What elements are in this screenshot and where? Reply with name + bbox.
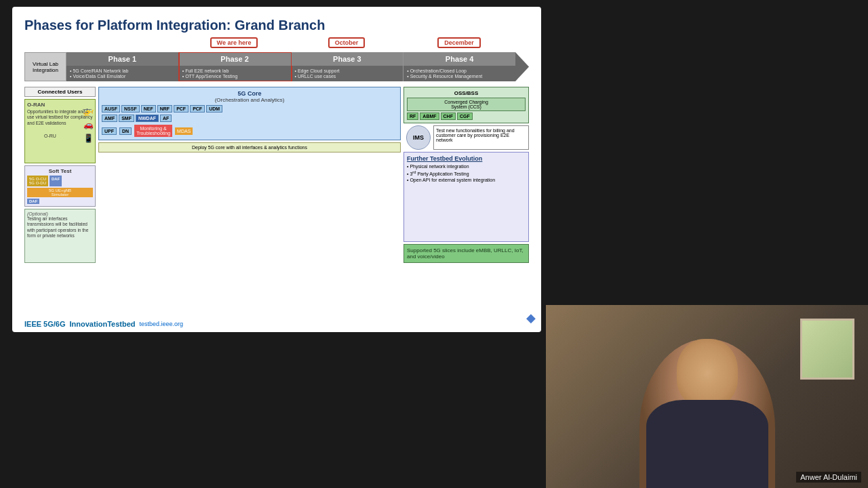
further-items: Physical network integration 3rd Party A… [407, 164, 526, 182]
further-title: Further Testbed Evolution [407, 155, 526, 162]
background-painting [800, 319, 854, 380]
further-item1: Physical network integration [407, 164, 526, 169]
phase3-item1: • Edge Cloud support [295, 68, 400, 73]
nf-amf: AMF [102, 115, 117, 122]
monitoring-box: Monitoring &Troubleshooting [134, 125, 172, 137]
nf-pcf2: PCF [190, 105, 205, 113]
speaker-name: Anwer Al-Dulaimi [796, 472, 861, 483]
phase3-label: Phase 3 [292, 52, 403, 66]
phase4-box: Phase 4 • Orchestration/Closed Loop • Se… [403, 52, 515, 81]
phase2-label: Phase 2 [179, 52, 291, 66]
phase3-box: Phase 3 • Edge Cloud support • URLLC use… [292, 52, 404, 81]
nf-smf: SMF [119, 115, 134, 122]
optional-box: (Optional) Testing air interfaces transm… [24, 209, 96, 263]
phase1-box: Phase 1 • 5G Core/RAN Network lab • Voic… [66, 52, 179, 81]
further-testbed-box: Further Testbed Evolution Physical netwo… [403, 152, 529, 242]
nav-arrow-right[interactable]: ◆ [526, 310, 536, 325]
nf-upf: UPF [102, 127, 117, 135]
speaker-suit [646, 400, 768, 488]
diag-left: Connected Users O-RAN Opportunities to i… [24, 87, 96, 263]
rf-chf: CHF [441, 113, 456, 120]
october-badge: October [328, 37, 366, 48]
car-icon: 🚗 [83, 120, 94, 129]
ue-gnb-box: 5G UE+gNBSimulator [27, 188, 93, 197]
slices-label: Supported 5G slices include eMBB, URLLC,… [407, 247, 524, 260]
video-area: Anwer Al-Dulaimi [546, 305, 868, 488]
test-new-label: Test new functionalities for billing and… [436, 128, 515, 142]
phase4-label: Phase 4 [403, 52, 515, 66]
slide-area: Phases for Platform Integration: Grand B… [12, 7, 541, 332]
further-item2: 3rd Party Application Testing [407, 170, 526, 176]
rf-abmf: ABMF [420, 113, 439, 120]
nf-af: AF [160, 115, 172, 122]
ccs-box: Converged ChargingSystem (CCS) [407, 98, 526, 111]
connected-users-box: Connected Users [24, 87, 96, 97]
mdas-box: MDAS [175, 127, 193, 135]
nf-nef: NEF [141, 105, 156, 113]
soft-test-box: Soft Test 5G O-CU5G O-DU DAF 5G UE+gNBSi… [24, 165, 96, 207]
diagram-area: Connected Users O-RAN Opportunities to i… [24, 87, 529, 263]
rf-cgf: CGF [457, 113, 473, 120]
website-link: testbed.ieee.org [140, 321, 184, 327]
deploy-box: Deploy 5G core with all interfaces & ana… [98, 142, 401, 152]
oran-box: O-RAN Opportunities to integrate and use… [24, 99, 96, 163]
nf-grid: AUSF NSSF NEF NRF PCF PCF UDM [102, 105, 397, 113]
nf-grid2: AMF SMF NWDAF AF [102, 115, 397, 122]
phase2-box: Phase 2 • Full E2E network lab • OTT App… [179, 52, 292, 81]
diag-right: OSS/BSS Converged ChargingSystem (CCS) R… [403, 87, 529, 263]
nf-udm: UDM [206, 105, 222, 113]
speaker-face [677, 339, 738, 407]
phone-icon: 📱 [83, 134, 94, 143]
diag-center: 5G Core (Orchestration and Analytics) AU… [98, 87, 401, 263]
virtual-lab-label: Virtual Lab Integration [24, 52, 66, 81]
phase1-label: Phase 1 [66, 52, 178, 66]
oss-title: OSS/BSS [407, 90, 526, 96]
phase4-item2: • Security & Resource Management [407, 74, 512, 79]
painting-image [802, 321, 852, 378]
phase2-item2: • OTT App/Service Testing [182, 74, 288, 79]
rf-rf: RF [407, 113, 418, 120]
soft-test-label: Soft Test [27, 168, 93, 174]
december-badge: December [437, 37, 481, 48]
oru-label: O-RU [44, 134, 56, 138]
fiveG-core-box: 5G Core (Orchestration and Analytics) AU… [98, 87, 401, 140]
we-are-here-badge: We are here [210, 37, 258, 48]
nf-pcf1: PCF [174, 105, 189, 113]
oss-bss-box: OSS/BSS Converged ChargingSystem (CCS) R… [403, 87, 529, 123]
nf-nwdaf: NWDAF [136, 115, 159, 122]
fiveG-core-subtitle: (Orchestration and Analytics) [102, 97, 397, 103]
optional-label: (Optional) [27, 211, 93, 216]
drone-icon: 🚁 [82, 105, 94, 116]
slide-title: Phases for Platform Integration: Grand B… [24, 18, 529, 33]
phase2-item1: • Full E2E network lab [182, 68, 288, 73]
nf-ausf: AUSF [102, 105, 120, 113]
ims-circle: IMS [406, 125, 431, 150]
innovation-testbed-label: InnovationTestbed [70, 320, 136, 328]
footer-bar: IEEE 5G/6G InnovationTestbed testbed.iee… [24, 320, 183, 328]
cu-du-box: 5G O-CU5G O-DU [27, 176, 48, 186]
slices-box: Supported 5G slices include eMBB, URLLC,… [403, 244, 529, 263]
further-item3: Open API for external system integration [407, 178, 526, 182]
deploy-label: Deploy 5G core with all interfaces & ana… [192, 145, 307, 150]
rf-grid: RF ABMF CHF CGF [407, 113, 526, 120]
video-background: Anwer Al-Dulaimi [546, 305, 868, 488]
nf-nssf: NSSF [121, 105, 140, 113]
ims-row: IMS Test new functionalities for billing… [403, 125, 529, 150]
nf-dn: DN [119, 127, 132, 135]
daf-box-soft: DAF [50, 176, 62, 186]
test-new-box: Test new functionalities for billing and… [433, 125, 529, 150]
upf-row: UPF DN Monitoring &Troubleshooting MDAS [102, 125, 397, 137]
phase4-item1: • Orchestration/Closed Loop [407, 68, 512, 73]
optional-desc: Testing air interfaces transmissions wil… [27, 216, 93, 239]
ieee-logo: IEEE 5G/6G [24, 320, 66, 328]
daf2-box: DAF [27, 199, 39, 204]
phase3-item2: • URLLC use cases [295, 74, 400, 79]
nf-nrf: NRF [157, 105, 172, 113]
phase1-item2: • Voice/Data Call Emulator [70, 74, 175, 79]
phase1-item1: • 5G Core/RAN Network lab [70, 68, 175, 73]
